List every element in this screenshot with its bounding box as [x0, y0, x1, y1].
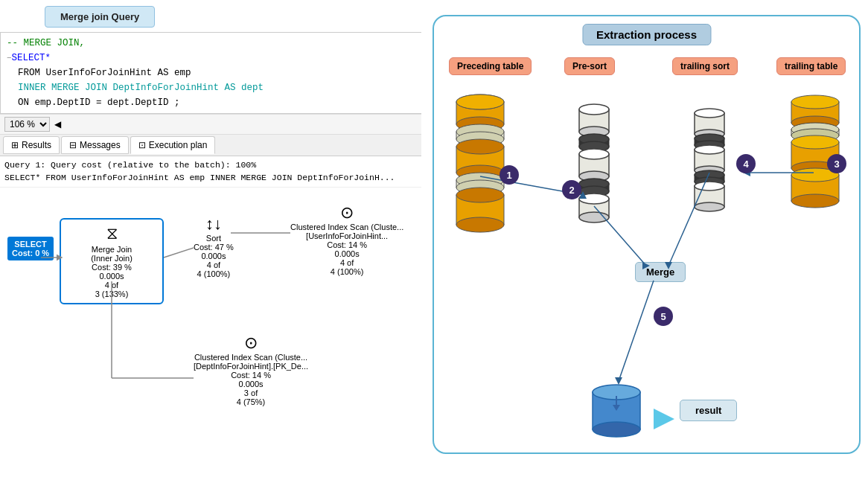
- cylinder-result: [587, 381, 646, 455]
- merge-join-time: 0.000s: [67, 272, 156, 281]
- svg-point-19: [456, 217, 504, 232]
- clustered2-icon: ⊙: [194, 333, 308, 353]
- query-line1: Query 1: Query cost (relative to the bat…: [4, 159, 420, 171]
- sort-total: 4 (100%): [194, 269, 234, 278]
- svg-point-22: [579, 104, 609, 115]
- tab-execution-plan[interactable]: ⊡ Execution plan: [130, 136, 216, 154]
- scrollbar-hint: ◀: [54, 119, 61, 129]
- exec-plan: SELECT Cost: 0 % ⧖ Merge Join (Inner Joi…: [0, 192, 424, 483]
- clustered1-title: Clustered Index Scan (Cluste...: [290, 223, 403, 231]
- tab-results-label: Results: [22, 140, 51, 150]
- clustered1-time: 0.000s: [290, 249, 403, 258]
- sort-rows: 4 of: [194, 260, 234, 269]
- select-cost: Cost: 0 %: [12, 249, 49, 258]
- badge-3: 3: [827, 154, 846, 173]
- svg-line-1: [164, 248, 194, 258]
- code-comment: -- MERGE JOIN,: [7, 38, 85, 48]
- code-select: SELECT*: [12, 53, 51, 63]
- merge-join-cost: Cost: 39 %: [67, 263, 156, 272]
- badge-1: 1: [500, 165, 519, 185]
- results-icon: ⊞: [11, 140, 19, 150]
- clustered2-cost: Cost: 14 %: [194, 371, 308, 380]
- svg-point-18: [456, 188, 504, 202]
- svg-point-49: [695, 109, 724, 118]
- extraction-panel: Extraction process Preceding table Pre-s…: [421, 0, 868, 483]
- pre-sort-label: Pre-sort: [564, 57, 615, 75]
- clustered-scan-1[interactable]: ⊙ Clustered Index Scan (Cluste... [UserI…: [290, 203, 403, 276]
- merge-join-title: Merge Join: [67, 245, 156, 254]
- svg-point-55: [695, 145, 724, 154]
- merge-join-box[interactable]: ⧖ Merge Join (Inner Join) Cost: 39 % 0.0…: [60, 218, 164, 304]
- svg-point-35: [579, 212, 609, 223]
- code-block: -- MERGE JOIN, −SELECT* FROM UserInfoFor…: [0, 32, 424, 114]
- sort-box[interactable]: ↕↓ Sort Cost: 47 % 0.000s 4 of 4 (100%): [194, 214, 234, 278]
- sort-title: Sort: [194, 234, 234, 243]
- svg-point-64: [593, 385, 640, 400]
- clustered1-sub: [UserInfoForJoinHint...: [290, 231, 403, 240]
- trailing-sort-label: trailing sort: [672, 57, 738, 75]
- svg-point-62: [695, 202, 724, 211]
- clustered1-cost: Cost: 14 %: [290, 240, 403, 249]
- query-line2: SELECT* FROM UserInfoForJoinHint AS emp …: [4, 171, 420, 184]
- svg-line-74: [619, 281, 654, 381]
- messages-icon: ⊟: [69, 140, 77, 150]
- merge-join-icon: ⧖: [67, 224, 156, 243]
- sort-time: 0.000s: [194, 252, 234, 260]
- clustered2-total: 4 (75%): [194, 397, 308, 406]
- tab-messages[interactable]: ⊟ Messages: [61, 136, 129, 154]
- clustered1-total: 4 (100%): [290, 267, 403, 276]
- select-label: SELECT: [12, 240, 49, 249]
- tab-results[interactable]: ⊞ Results: [3, 136, 60, 154]
- svg-point-43: [791, 135, 839, 149]
- svg-point-34: [579, 193, 609, 204]
- merge-button[interactable]: Merge join Query: [45, 6, 155, 28]
- result-arrow: [654, 409, 674, 429]
- extraction-title: Extraction process: [582, 24, 711, 45]
- clustered2-sub: [DeptInfoForJoinHint].[PK_De...: [194, 362, 308, 371]
- clustered1-rows: 4 of: [290, 258, 403, 267]
- svg-point-20: [456, 95, 504, 109]
- code-on: ON emp.DeptID = dept.DeptID ;: [18, 97, 180, 108]
- clustered2-rows: 3 of: [194, 388, 308, 397]
- tab-execution-label: Execution plan: [149, 140, 208, 150]
- cylinder-trailing-sort: [691, 102, 728, 228]
- code-from: FROM UserInfoForJoinHint AS emp: [18, 68, 191, 78]
- zoom-select[interactable]: 106 %: [4, 117, 50, 132]
- svg-point-12: [456, 139, 504, 154]
- cylinder-presort: [575, 98, 613, 232]
- extraction-box: Extraction process Preceding table Pre-s…: [433, 15, 861, 454]
- select-node[interactable]: SELECT Cost: 0 %: [7, 237, 54, 260]
- merge-join-total: 3 (133%): [67, 290, 156, 298]
- tab-messages-label: Messages: [80, 140, 121, 150]
- clustered1-icon: ⊙: [290, 203, 403, 223]
- badge-5: 5: [654, 307, 673, 326]
- badge-2: 2: [562, 180, 581, 199]
- clustered2-title: Clustered Index Scan (Cluste...: [194, 353, 308, 362]
- toolbar-row: 106 % ◀: [0, 114, 424, 135]
- code-panel: Merge join Query -- MERGE JOIN, −SELECT*…: [0, 0, 424, 483]
- clustered-scan-2[interactable]: ⊙ Clustered Index Scan (Cluste... [DeptI…: [194, 333, 308, 406]
- svg-point-47: [791, 194, 839, 208]
- sort-cost: Cost: 47 %: [194, 243, 234, 252]
- svg-point-65: [593, 422, 640, 437]
- badge-4: 4: [736, 154, 756, 173]
- tabs-row: ⊞ Results ⊟ Messages ⊡ Execution plan: [0, 135, 424, 156]
- code-inner: INNER MERGE JOIN DeptInfoForJoinHint AS …: [18, 83, 264, 93]
- trailing-table-label: trailing table: [776, 57, 846, 75]
- merge-join-rows: 4 of: [67, 281, 156, 290]
- execution-icon: ⊡: [138, 140, 146, 150]
- query-output: Query 1: Query cost (relative to the bat…: [0, 156, 424, 188]
- clustered2-time: 0.000s: [194, 380, 308, 388]
- merge-label: Merge: [635, 262, 686, 282]
- result-label: result: [680, 400, 737, 421]
- sort-icon: ↕↓: [194, 214, 234, 234]
- svg-point-61: [695, 182, 724, 191]
- svg-point-37: [791, 95, 839, 109]
- preceding-table-label: Preceding table: [449, 57, 532, 75]
- svg-point-28: [579, 149, 609, 159]
- merge-join-sub: (Inner Join): [67, 254, 156, 263]
